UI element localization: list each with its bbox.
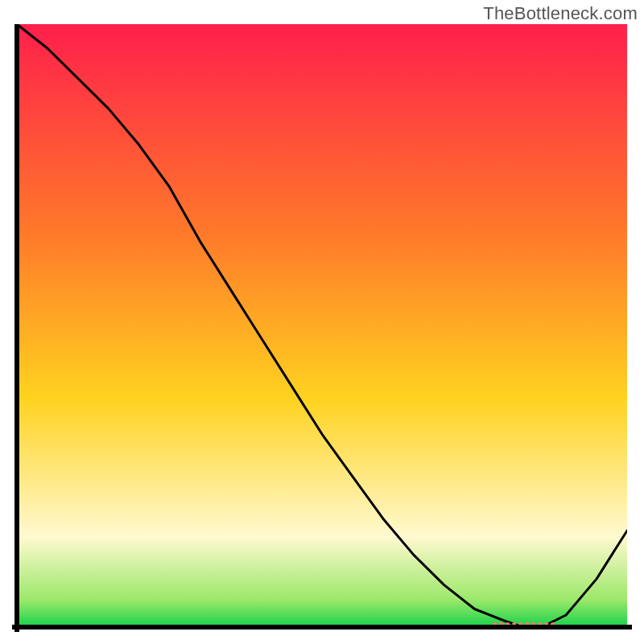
gradient-background (17, 24, 627, 627)
stage: TheBottleneck.com (0, 0, 644, 644)
chart-svg (12, 24, 632, 632)
watermark-text: TheBottleneck.com (483, 3, 638, 24)
plot-area (12, 24, 632, 632)
